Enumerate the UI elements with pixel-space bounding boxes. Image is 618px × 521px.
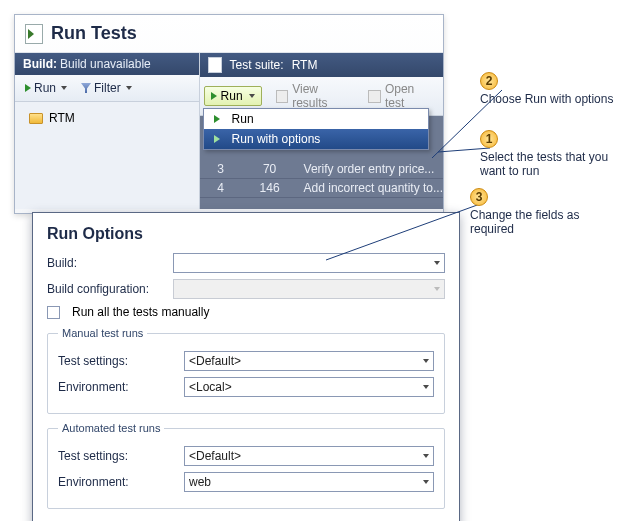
manual-env-value: <Local> bbox=[189, 380, 423, 394]
filter-icon bbox=[81, 83, 91, 93]
callout-text: Choose Run with options bbox=[480, 92, 618, 106]
auto-env-value: web bbox=[189, 475, 423, 489]
manual-legend: Manual test runs bbox=[58, 327, 147, 339]
chevron-down-icon bbox=[126, 86, 132, 90]
callout-bubble: 3 bbox=[470, 188, 488, 206]
menu-item-label: Run bbox=[232, 112, 254, 126]
play-icon bbox=[211, 92, 217, 100]
results-icon bbox=[276, 90, 289, 103]
callout-num: 1 bbox=[486, 132, 493, 146]
view-results-label: View results bbox=[292, 82, 354, 110]
run-manually-label: Run all the tests manually bbox=[72, 305, 209, 319]
build-combo[interactable] bbox=[173, 253, 445, 273]
menu-item-label: Run with options bbox=[232, 132, 321, 146]
menu-item-run[interactable]: Run bbox=[204, 109, 428, 129]
auto-legend: Automated test runs bbox=[58, 422, 164, 434]
manual-settings-value: <Default> bbox=[189, 354, 423, 368]
run-tests-icon bbox=[25, 24, 43, 44]
open-icon bbox=[368, 90, 381, 103]
filter-label: Filter bbox=[94, 81, 121, 95]
callout-num: 2 bbox=[486, 74, 493, 88]
callout-bubble: 2 bbox=[480, 72, 498, 90]
left-pane: Build: Build unavailable Run Filter RTM bbox=[15, 53, 200, 209]
automated-runs-group: Automated test runs Test settings: <Defa… bbox=[47, 422, 445, 509]
cell-title: Add incorrect quantity to... bbox=[298, 181, 443, 195]
open-test-label: Open test bbox=[385, 82, 435, 110]
right-pane: Test suite: RTM Run Run bbox=[200, 53, 443, 209]
manual-env-combo[interactable]: <Local> bbox=[184, 377, 434, 397]
suite-toolbar: Run Run Run with options bbox=[200, 77, 443, 116]
cell-num: 146 bbox=[242, 181, 298, 195]
chevron-down-icon bbox=[423, 480, 429, 484]
run-dropdown-button[interactable]: Run bbox=[204, 86, 262, 106]
run-options-dialog: Run Options Build: Build configuration: … bbox=[32, 212, 460, 521]
build-bar: Build: Build unavailable bbox=[15, 53, 199, 75]
chevron-down-icon bbox=[249, 94, 255, 98]
left-run-label: Run bbox=[34, 81, 56, 95]
auto-env-combo[interactable]: web bbox=[184, 472, 434, 492]
cell-id: 4 bbox=[200, 181, 242, 195]
callout-num: 3 bbox=[476, 190, 483, 204]
suite-name: RTM bbox=[292, 58, 318, 72]
page-title: Run Tests bbox=[51, 23, 137, 44]
auto-settings-label: Test settings: bbox=[58, 449, 178, 463]
left-run-button[interactable]: Run bbox=[19, 78, 73, 98]
callout-3: 3 Change the fields as required bbox=[470, 188, 610, 236]
cell-num: 70 bbox=[242, 162, 298, 176]
chevron-down-icon bbox=[434, 261, 440, 265]
build-label: Build: bbox=[47, 256, 167, 270]
callout-1: 1 Select the tests that you want to run bbox=[480, 130, 618, 178]
auto-env-label: Environment: bbox=[58, 475, 178, 489]
run-dropdown-host: Run Run Run with options bbox=[204, 86, 262, 106]
manual-runs-group: Manual test runs Test settings: <Default… bbox=[47, 327, 445, 414]
chevron-down-icon bbox=[423, 454, 429, 458]
auto-settings-value: <Default> bbox=[189, 449, 423, 463]
play-icon bbox=[25, 84, 31, 92]
callout-text: Select the tests that you want to run bbox=[480, 150, 618, 178]
run-menu: Run Run with options bbox=[203, 108, 429, 150]
title-bar: Run Tests bbox=[15, 15, 443, 53]
left-toolbar: Run Filter bbox=[15, 75, 199, 102]
filter-button[interactable]: Filter bbox=[75, 78, 138, 98]
tree-item-rtm[interactable]: RTM bbox=[19, 106, 195, 130]
manual-env-label: Environment: bbox=[58, 380, 178, 394]
run-options-title: Run Options bbox=[47, 225, 445, 243]
build-label: Build: bbox=[23, 57, 57, 71]
cell-id: 3 bbox=[200, 162, 242, 176]
build-cfg-combo bbox=[173, 279, 445, 299]
table-row[interactable]: 4 146 Add incorrect quantity to... bbox=[200, 179, 443, 198]
tree-item-label: RTM bbox=[49, 111, 75, 125]
table-row[interactable]: 3 70 Verify order entry price... bbox=[200, 160, 443, 179]
play-icon bbox=[210, 112, 224, 126]
auto-settings-combo[interactable]: <Default> bbox=[184, 446, 434, 466]
chevron-down-icon bbox=[423, 385, 429, 389]
callout-text: Change the fields as required bbox=[470, 208, 610, 236]
run-manually-checkbox[interactable] bbox=[47, 306, 60, 319]
cell-title: Verify order entry price... bbox=[298, 162, 443, 176]
suite-label: Test suite: bbox=[230, 58, 284, 72]
folder-icon bbox=[29, 113, 43, 124]
suite-icon bbox=[208, 57, 222, 73]
chevron-down-icon bbox=[423, 359, 429, 363]
build-cfg-label: Build configuration: bbox=[47, 282, 167, 296]
run-dd-label: Run bbox=[221, 89, 243, 103]
play-icon bbox=[210, 132, 224, 146]
chevron-down-icon bbox=[61, 86, 67, 90]
menu-item-run-with-options[interactable]: Run with options bbox=[204, 129, 428, 149]
body-row: Build: Build unavailable Run Filter RTM bbox=[15, 53, 443, 209]
chevron-down-icon bbox=[434, 287, 440, 291]
callout-2: 2 Choose Run with options bbox=[480, 72, 618, 106]
callout-bubble: 1 bbox=[480, 130, 498, 148]
suite-header: Test suite: RTM bbox=[200, 53, 443, 77]
manual-settings-combo[interactable]: <Default> bbox=[184, 351, 434, 371]
manual-settings-label: Test settings: bbox=[58, 354, 178, 368]
build-value: Build unavailable bbox=[60, 57, 151, 71]
run-tests-window: Run Tests Build: Build unavailable Run F… bbox=[14, 14, 444, 214]
